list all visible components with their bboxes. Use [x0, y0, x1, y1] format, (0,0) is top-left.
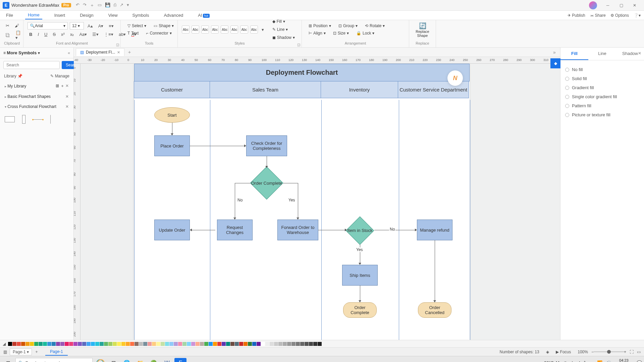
connector[interactable]	[435, 240, 435, 301]
fill-option-none[interactable]: No fill	[565, 65, 639, 74]
color-swatch[interactable]	[261, 342, 265, 346]
user-avatar[interactable]	[589, 1, 597, 9]
position-button[interactable]: ⊞ Position▾	[306, 22, 334, 29]
color-swatch[interactable]	[21, 342, 25, 346]
save-icon[interactable]: 💾	[105, 2, 110, 8]
color-swatch[interactable]	[117, 342, 121, 346]
fill-option-single-gradient[interactable]: Single color gradient fill	[565, 92, 639, 101]
tab-design[interactable]: Design	[77, 11, 96, 19]
color-swatch[interactable]	[152, 342, 156, 346]
onedrive-icon[interactable]: ☁	[589, 360, 594, 362]
color-swatch[interactable]	[174, 342, 178, 346]
symbol-search-input[interactable]	[3, 61, 60, 69]
color-swatch[interactable]	[17, 342, 21, 346]
taskbar-search[interactable]: 🔍 Type here to search	[15, 358, 93, 362]
ai-assistant-badge[interactable]: N	[447, 70, 463, 86]
edge-icon[interactable]: 🌐	[121, 358, 133, 362]
shape-preview-vline[interactable]	[50, 115, 51, 124]
word-icon[interactable]: W	[161, 358, 173, 362]
style-swatch[interactable]: Abc	[192, 25, 199, 34]
tab-symbols[interactable]: Symbols	[130, 11, 152, 19]
color-swatch[interactable]	[73, 342, 77, 346]
fill-tool-icon[interactable]: ◆	[550, 58, 560, 68]
align-button[interactable]: ⊢ Align▾	[306, 29, 328, 37]
shape-tool[interactable]: ▭ Shape ▾	[151, 22, 176, 29]
fill-style[interactable]: ◆ Fill ▾	[270, 18, 298, 25]
chrome-icon[interactable]: 🟢	[148, 358, 160, 362]
font-family-select[interactable]: 🔍 Arial▾	[28, 22, 68, 29]
panel-close-icon[interactable]: ✕	[638, 51, 641, 56]
shape-ship-items[interactable]: Ship Items	[342, 265, 378, 286]
zoom-in-icon[interactable]: +	[624, 350, 626, 354]
connector[interactable]	[235, 183, 235, 218]
tray-expand-icon[interactable]: ˄	[584, 360, 586, 362]
shape-preview-separator-v[interactable]	[22, 115, 25, 124]
color-swatch[interactable]	[165, 342, 169, 346]
connector[interactable]	[298, 183, 298, 218]
style-swatch[interactable]: Abc	[250, 25, 258, 34]
subscript-icon[interactable]: x₂	[68, 31, 76, 38]
pages-icon[interactable]: ▥	[3, 350, 7, 354]
shape-update-order[interactable]: Update Order	[154, 220, 190, 240]
wifi-icon[interactable]: 📶	[597, 360, 602, 362]
color-swatch[interactable]	[47, 342, 51, 346]
bullets-icon[interactable]: ⋮≡▾	[102, 31, 115, 38]
color-swatch[interactable]	[222, 342, 226, 346]
cortana-icon[interactable]	[94, 358, 106, 362]
export-icon[interactable]: ↗	[120, 2, 123, 8]
print-icon[interactable]: ⎙	[114, 2, 116, 8]
color-swatch[interactable]	[274, 342, 278, 346]
text-tool[interactable]: T Text	[125, 29, 141, 37]
color-swatch[interactable]	[78, 342, 82, 346]
color-swatch[interactable]	[91, 342, 95, 346]
lock-button[interactable]: 🔒 Lock▾	[354, 29, 377, 37]
styles-dialog-launcher[interactable]: ◲	[297, 43, 300, 47]
color-swatch[interactable]	[130, 342, 134, 346]
color-swatch[interactable]	[178, 342, 182, 346]
color-swatch[interactable]	[187, 342, 191, 346]
line-style[interactable]: ✎ Line ▾	[270, 26, 298, 33]
size-button[interactable]: ⊡ Size▾	[330, 29, 352, 37]
close-tab-icon[interactable]: ✕	[117, 50, 120, 55]
select-tool[interactable]: ▽ Select ▾	[125, 22, 149, 29]
shape-order-complete-end[interactable]: Order Complete	[343, 302, 377, 318]
undo-icon[interactable]: ↶	[76, 2, 79, 8]
style-swatch[interactable]: Abc	[182, 25, 190, 34]
color-swatch[interactable]	[239, 342, 243, 346]
styles-more-icon[interactable]: ▾	[260, 26, 266, 33]
font-dialog-launcher[interactable]: ◲	[116, 43, 119, 47]
color-swatch[interactable]	[100, 342, 104, 346]
shape-manage-refund[interactable]: Manage refund	[417, 220, 452, 240]
color-swatch[interactable]	[135, 342, 139, 346]
style-swatch[interactable]: Abc	[201, 25, 209, 34]
tab-view[interactable]: View	[106, 11, 120, 19]
shape-check-order[interactable]: Check Order for Completeness	[246, 135, 287, 156]
align-icon[interactable]: ≡▾	[107, 22, 115, 29]
color-swatch[interactable]	[248, 342, 252, 346]
superscript-icon[interactable]: x²	[59, 31, 66, 38]
color-swatch[interactable]	[200, 342, 204, 346]
focus-button[interactable]: ▶ Focus	[556, 350, 571, 354]
decrease-font-icon[interactable]: A▾	[97, 22, 105, 29]
color-swatch[interactable]	[213, 342, 217, 346]
color-swatch[interactable]	[25, 342, 30, 346]
color-swatch[interactable]	[257, 342, 261, 346]
lane-inventory[interactable]: Inventory	[321, 81, 398, 98]
volume-icon[interactable]: 🔊	[606, 360, 611, 362]
color-swatch[interactable]	[108, 342, 112, 346]
color-swatch[interactable]	[39, 342, 43, 346]
color-swatch[interactable]	[191, 342, 195, 346]
color-swatch[interactable]	[104, 342, 108, 346]
rotate-button[interactable]: ⟲ Rotate▾	[362, 22, 387, 29]
options-button[interactable]: ⚙ Options	[610, 13, 629, 18]
category-cross-functional[interactable]: ▾ Cross Functional Flowchart ✕	[0, 102, 73, 112]
color-swatch[interactable]	[30, 342, 34, 346]
start-button[interactable]: ⊞	[2, 358, 14, 362]
line-spacing-icon[interactable]: ☰▾	[91, 31, 100, 38]
color-swatch[interactable]	[139, 342, 143, 346]
copy-icon[interactable]: ⿻	[4, 32, 12, 39]
task-view-icon[interactable]: ⊡	[107, 358, 119, 362]
lane-sales[interactable]: Sales Team	[210, 81, 321, 98]
color-swatch[interactable]	[82, 342, 86, 346]
flowchart-title[interactable]: Deployment Flowchart	[134, 64, 470, 81]
